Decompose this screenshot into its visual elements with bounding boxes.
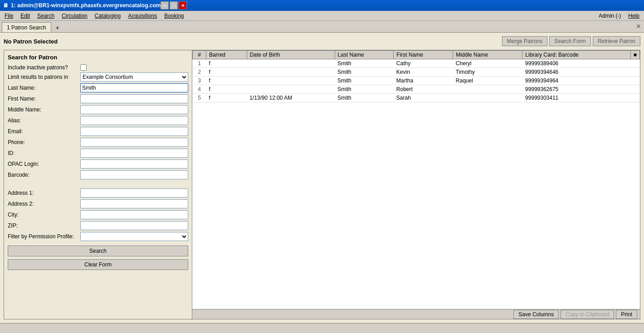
search-panel: Search for Patron Include inactive patro…: [4, 50, 192, 319]
table-row[interactable]: 5 f 1/13/90 12:00 AM Smith Sarah 9999930…: [193, 94, 640, 102]
barcode-input[interactable]: [80, 170, 188, 179]
limit-results-select[interactable]: Example Consortium: [80, 72, 188, 82]
info-bar: No Patron Selected Merge Patrons Search …: [4, 36, 640, 46]
cell-num: 4: [193, 85, 206, 94]
menu-edit[interactable]: Edit: [17, 12, 34, 20]
content-area: Search for Patron Include inactive patro…: [4, 50, 640, 319]
cell-empty: [630, 68, 639, 77]
alias-row: Alias:: [8, 116, 188, 125]
copy-clipboard-button[interactable]: Copy to Clipboard: [561, 310, 614, 319]
firstname-label: First Name:: [8, 96, 80, 102]
help-label[interactable]: Help: [624, 13, 643, 19]
phone-row: Phone:: [8, 138, 188, 147]
menu-search[interactable]: Search: [34, 12, 58, 20]
merge-patrons-button[interactable]: Merge Patrons: [502, 36, 548, 46]
menu-file[interactable]: File: [1, 12, 17, 20]
cell-empty: [630, 94, 639, 102]
col-dob: Date of Birth: [247, 51, 335, 59]
menu-booking[interactable]: Booking: [161, 12, 187, 20]
menu-circulation[interactable]: Circulation: [58, 12, 91, 20]
cell-num: 5: [193, 94, 206, 102]
lastname-input[interactable]: [80, 83, 188, 92]
address2-row: Address 2:: [8, 199, 188, 208]
search-form-button[interactable]: Search Form: [549, 36, 590, 46]
cell-empty: [630, 77, 639, 85]
address2-input[interactable]: [80, 199, 188, 208]
cell-firstname: Martha: [394, 77, 453, 85]
cell-lastname: Smith: [335, 85, 394, 94]
col-expand[interactable]: ■: [630, 51, 639, 59]
admin-label[interactable]: Admin (-): [595, 13, 624, 19]
cell-dob: 1/13/90 12:00 AM: [247, 94, 335, 102]
phone-label: Phone:: [8, 139, 80, 145]
search-panel-title: Search for Patron: [8, 54, 188, 61]
minimize-button[interactable]: —: [161, 1, 169, 10]
cell-dob: [247, 59, 335, 68]
cell-middlename: [453, 85, 522, 94]
include-inactive-label: Include inactive patrons?: [8, 64, 80, 71]
table-row[interactable]: 1 f Smith Cathy Cheryl 99999389406: [193, 59, 640, 68]
cell-barcode: 99999362675: [522, 85, 630, 94]
menu-cataloging[interactable]: Cataloging: [91, 12, 124, 20]
cell-barcode: 99999389406: [522, 59, 630, 68]
results-tbody: 1 f Smith Cathy Cheryl 99999389406 2 f S…: [193, 59, 640, 102]
app-icon: 🖥: [3, 2, 8, 9]
cell-firstname: Sarah: [394, 94, 453, 102]
close-button[interactable]: ✕: [179, 1, 187, 10]
cell-firstname: Robert: [394, 85, 453, 94]
filter-profile-select[interactable]: [80, 232, 188, 241]
email-input[interactable]: [80, 127, 188, 136]
id-row: ID:: [8, 149, 188, 158]
menu-acquisitions[interactable]: Acquisitions: [124, 12, 161, 20]
main-content: No Patron Selected Merge Patrons Search …: [0, 33, 644, 323]
alias-input[interactable]: [80, 116, 188, 125]
middlename-label: Middle Name:: [8, 106, 80, 113]
col-lastname: Last Name: [335, 51, 394, 59]
address2-label: Address 2:: [8, 201, 80, 207]
results-table: # Barred Date of Birth Last Name First N…: [192, 50, 640, 102]
city-input[interactable]: [80, 210, 188, 219]
address1-input[interactable]: [80, 188, 188, 198]
col-middlename: Middle Name: [453, 51, 522, 59]
tabbar: 1 Patron Search + ✕: [0, 21, 644, 33]
cell-firstname: Cathy: [394, 59, 453, 68]
retrieve-patron-button[interactable]: Retrieve Patron: [593, 36, 640, 46]
id-label: ID:: [8, 150, 80, 156]
middlename-input[interactable]: [80, 105, 188, 114]
opac-login-label: OPAC Login:: [8, 161, 80, 167]
middlename-row: Middle Name:: [8, 105, 188, 114]
save-columns-button[interactable]: Save Columns: [513, 310, 559, 319]
zip-input[interactable]: [80, 221, 188, 230]
filter-profile-label: Filter by Permission Profile:: [8, 233, 80, 240]
clear-form-button[interactable]: Clear Form: [8, 259, 188, 270]
include-inactive-checkbox[interactable]: [80, 64, 87, 71]
lastname-label: Last Name:: [8, 85, 80, 91]
city-row: City:: [8, 210, 188, 219]
print-button[interactable]: Print: [616, 310, 637, 319]
cell-middlename: Timothy: [453, 68, 522, 77]
id-input[interactable]: [80, 149, 188, 158]
cell-barcode: 99999394646: [522, 68, 630, 77]
cell-barred: f: [206, 68, 247, 77]
cell-num: 1: [193, 59, 206, 68]
table-row[interactable]: 4 f Smith Robert 99999362675: [193, 85, 640, 94]
firstname-input[interactable]: [80, 94, 188, 103]
search-button[interactable]: Search: [8, 246, 188, 256]
close-window-button[interactable]: ✕: [636, 23, 641, 30]
table-row[interactable]: 2 f Smith Kevin Timothy 99999394646: [193, 68, 640, 77]
add-tab-button[interactable]: +: [53, 23, 62, 32]
cell-dob: [247, 68, 335, 77]
zip-row: ZIP:: [8, 221, 188, 230]
opac-login-input[interactable]: [80, 159, 188, 169]
cell-middlename: [453, 94, 522, 102]
cell-barcode: 99999394964: [522, 77, 630, 85]
cell-barcode: 99999303411: [522, 94, 630, 102]
statusbar: [0, 323, 644, 333]
results-panel: # Barred Date of Birth Last Name First N…: [192, 50, 640, 319]
table-row[interactable]: 3 f Smith Martha Raquel 99999394964: [193, 77, 640, 85]
tab-patron-search[interactable]: 1 Patron Search: [2, 22, 51, 32]
maximize-button[interactable]: □: [170, 1, 178, 10]
phone-input[interactable]: [80, 138, 188, 147]
cell-lastname: Smith: [335, 94, 394, 102]
firstname-row: First Name:: [8, 94, 188, 103]
